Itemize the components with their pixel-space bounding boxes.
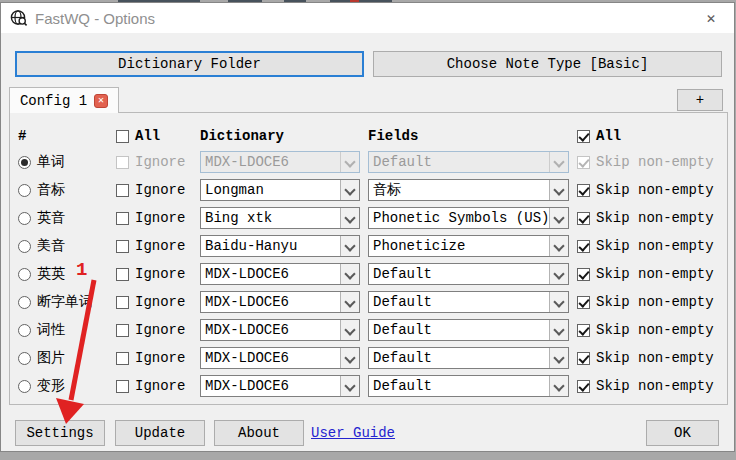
all-ignore-checkbox[interactable] — [116, 130, 129, 143]
chevron-down-icon[interactable] — [340, 208, 359, 228]
dictionary-select[interactable]: Baidu-Hanyu — [200, 235, 360, 257]
skip-checkbox[interactable] — [577, 156, 590, 169]
skip-checkbox[interactable] — [577, 380, 590, 393]
header-all-skip[interactable]: All — [577, 126, 621, 146]
dictionary-select[interactable]: Bing xtk — [200, 207, 360, 229]
skip-checkbox[interactable] — [577, 184, 590, 197]
about-button[interactable]: About — [214, 420, 304, 446]
skip-cell[interactable]: Skip non-empty — [577, 176, 727, 204]
word-type-radio[interactable] — [18, 184, 31, 197]
ignore-checkbox[interactable] — [116, 212, 129, 225]
ignore-checkbox[interactable] — [116, 184, 129, 197]
skip-checkbox[interactable] — [577, 352, 590, 365]
ignore-cell[interactable]: Ignore — [116, 260, 200, 288]
all-skip-checkbox[interactable] — [577, 130, 590, 143]
word-type-radio[interactable] — [18, 296, 31, 309]
chevron-down-icon[interactable] — [340, 180, 359, 200]
ignore-cell[interactable]: Ignore — [116, 316, 200, 344]
ok-button[interactable]: OK — [646, 420, 719, 446]
ignore-checkbox[interactable] — [116, 156, 129, 169]
chevron-down-icon[interactable] — [549, 208, 568, 228]
chevron-down-icon[interactable] — [549, 236, 568, 256]
user-guide-link[interactable]: User Guide — [311, 425, 395, 441]
chevron-down-icon[interactable] — [549, 348, 568, 368]
ignore-checkbox[interactable] — [116, 240, 129, 253]
settings-button[interactable]: Settings — [15, 420, 105, 446]
chevron-down-icon[interactable] — [340, 152, 359, 172]
ignore-cell[interactable]: Ignore — [116, 288, 200, 316]
skip-cell[interactable]: Skip non-empty — [577, 148, 727, 176]
skip-cell[interactable]: Skip non-empty — [577, 316, 727, 344]
chevron-down-icon[interactable] — [549, 180, 568, 200]
tab-close-icon[interactable]: ✕ — [94, 94, 108, 108]
ignore-checkbox[interactable] — [116, 352, 129, 365]
word-type-cell[interactable]: 断字单词 — [18, 288, 114, 316]
chevron-down-icon[interactable] — [549, 264, 568, 284]
word-type-radio[interactable] — [18, 212, 31, 225]
word-type-radio[interactable] — [18, 380, 31, 393]
skip-checkbox[interactable] — [577, 296, 590, 309]
chevron-down-icon[interactable] — [549, 152, 568, 172]
word-type-cell[interactable]: 英英 — [18, 260, 114, 288]
close-icon[interactable]: ✕ — [697, 6, 725, 30]
chevron-down-icon[interactable] — [549, 376, 568, 396]
word-type-cell[interactable]: 英音 — [18, 204, 114, 232]
dictionary-select[interactable]: MDX-LDOCE6 — [200, 291, 360, 313]
word-type-radio[interactable] — [18, 268, 31, 281]
dictionary-select[interactable]: MDX-LDOCE6 — [200, 375, 360, 397]
chevron-down-icon[interactable] — [549, 320, 568, 340]
dictionary-select[interactable]: Longman — [200, 179, 360, 201]
update-button[interactable]: Update — [115, 420, 205, 446]
tab-config-1[interactable]: Config 1 ✕ — [9, 87, 119, 113]
word-type-cell[interactable]: 美音 — [18, 232, 114, 260]
skip-checkbox[interactable] — [577, 240, 590, 253]
word-type-radio[interactable] — [18, 240, 31, 253]
word-type-cell[interactable]: 词性 — [18, 316, 114, 344]
skip-cell[interactable]: Skip non-empty — [577, 344, 727, 372]
skip-cell[interactable]: Skip non-empty — [577, 372, 727, 400]
chevron-down-icon[interactable] — [340, 292, 359, 312]
ignore-checkbox[interactable] — [116, 296, 129, 309]
word-type-radio[interactable] — [18, 352, 31, 365]
field-select[interactable]: 音标 — [368, 179, 569, 201]
field-select[interactable]: Default — [368, 319, 569, 341]
word-type-radio[interactable] — [18, 324, 31, 337]
chevron-down-icon[interactable] — [340, 264, 359, 284]
ignore-checkbox[interactable] — [116, 324, 129, 337]
chevron-down-icon[interactable] — [340, 348, 359, 368]
word-type-cell[interactable]: 单词 — [18, 148, 114, 176]
word-type-cell[interactable]: 图片 — [18, 344, 114, 372]
dictionary-select[interactable]: MDX-LDOCE6 — [200, 263, 360, 285]
chevron-down-icon[interactable] — [549, 292, 568, 312]
add-config-button[interactable]: + — [677, 89, 723, 111]
field-select[interactable]: Default — [368, 263, 569, 285]
word-type-radio[interactable] — [18, 156, 31, 169]
skip-cell[interactable]: Skip non-empty — [577, 204, 727, 232]
ignore-cell[interactable]: Ignore — [116, 372, 200, 400]
ignore-checkbox[interactable] — [116, 380, 129, 393]
skip-checkbox[interactable] — [577, 324, 590, 337]
ignore-cell[interactable]: Ignore — [116, 344, 200, 372]
field-select[interactable]: Default — [368, 151, 569, 173]
skip-cell[interactable]: Skip non-empty — [577, 288, 727, 316]
field-select[interactable]: Default — [368, 291, 569, 313]
chevron-down-icon[interactable] — [340, 236, 359, 256]
dictionary-folder-button[interactable]: Dictionary Folder — [15, 51, 364, 77]
skip-cell[interactable]: Skip non-empty — [577, 260, 727, 288]
skip-checkbox[interactable] — [577, 212, 590, 225]
ignore-cell[interactable]: Ignore — [116, 176, 200, 204]
choose-note-type-button[interactable]: Choose Note Type [Basic] — [373, 51, 722, 77]
word-type-cell[interactable]: 音标 — [18, 176, 114, 204]
field-select[interactable]: Phonetic Symbols (US) — [368, 207, 569, 229]
ignore-checkbox[interactable] — [116, 268, 129, 281]
header-all-ignore[interactable]: All — [116, 126, 160, 146]
field-select[interactable]: Default — [368, 347, 569, 369]
chevron-down-icon[interactable] — [340, 376, 359, 396]
dictionary-select[interactable]: MDX-LDOCE6 — [200, 151, 360, 173]
word-type-cell[interactable]: 变形 — [18, 372, 114, 400]
ignore-cell[interactable]: Ignore — [116, 232, 200, 260]
chevron-down-icon[interactable] — [340, 320, 359, 340]
field-select[interactable]: Default — [368, 375, 569, 397]
ignore-cell[interactable]: Ignore — [116, 204, 200, 232]
skip-cell[interactable]: Skip non-empty — [577, 232, 727, 260]
